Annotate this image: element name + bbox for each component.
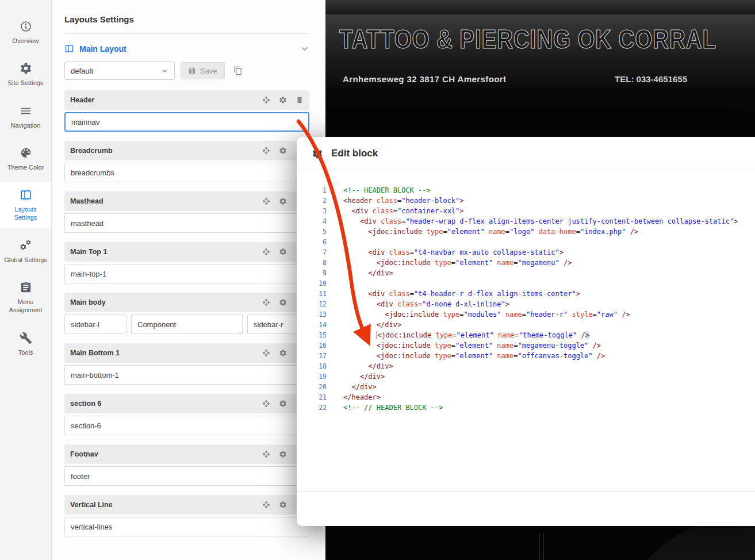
section-header: Footnav: [64, 444, 309, 464]
sidebar-item-tools[interactable]: Tools: [0, 325, 51, 363]
line-number: 17: [297, 351, 327, 361]
code-text: </div>: [327, 268, 393, 278]
vertical-line-decor: [539, 534, 540, 560]
line-number: 4: [297, 216, 327, 227]
gear-icon[interactable]: [279, 349, 287, 357]
layout-section: Main Top 1: [64, 242, 309, 283]
save-button[interactable]: Save: [181, 62, 225, 79]
gear-icon[interactable]: [279, 450, 287, 458]
code-line[interactable]: 13 <jdoc:include type="modules" name="he…: [297, 309, 755, 320]
line-number: 18: [297, 361, 327, 371]
trash-icon[interactable]: [296, 96, 304, 104]
section-header: Masthead: [64, 191, 309, 211]
position-input[interactable]: [64, 466, 309, 486]
copy-layout-button[interactable]: [231, 63, 246, 78]
position-input[interactable]: [131, 314, 243, 334]
code-line[interactable]: 7 <div class="t4-navbar mx-auto collapse…: [297, 247, 755, 258]
gear-icon[interactable]: [279, 298, 287, 306]
code-line[interactable]: 9 </div>: [297, 268, 755, 278]
code-text: </header>: [327, 392, 381, 402]
line-number: 12: [297, 299, 327, 309]
sidebar-item-global-settings[interactable]: Global Settings: [0, 233, 51, 270]
main-layout-group[interactable]: Main Layout: [64, 34, 309, 53]
code-line[interactable]: 12 <div class="d-none d-xl-inline">: [297, 299, 755, 309]
code-line[interactable]: 4 <div class="header-wrap d-flex align-i…: [297, 216, 755, 227]
code-line[interactable]: 10: [297, 278, 755, 289]
code-line[interactable]: 16 <jdoc:include type="element" name="me…: [297, 340, 755, 351]
modal-title: Edit block: [331, 148, 378, 159]
position-input[interactable]: [64, 416, 309, 435]
site-phone: TEL: 033-4651655: [615, 74, 687, 84]
code-line[interactable]: 21</header>: [297, 392, 755, 402]
code-text: <jdoc:include type="element" name="logo"…: [327, 227, 638, 237]
move-icon[interactable]: [262, 96, 270, 104]
code-text: <div class="header-wrap d-flex align-ite…: [327, 216, 738, 227]
code-text: </div>: [327, 320, 401, 330]
code-line[interactable]: 8 <jdoc:include type="element" name="meg…: [297, 258, 755, 268]
site-address: Arnhemseweg 32 3817 CH Amersfoort: [343, 74, 506, 84]
sidebar-item-label: Navigation: [11, 121, 41, 129]
code-line[interactable]: 19 </div>: [297, 371, 755, 382]
code-editor[interactable]: 1<!-- HEADER BLOCK -->2<header class="he…: [297, 170, 755, 492]
sidebar-item-theme-color[interactable]: Theme Color: [0, 140, 51, 178]
code-text: <div class="container-xxl">: [327, 206, 464, 216]
code-line[interactable]: 20 </div>: [297, 382, 755, 392]
section-inputs: [64, 163, 309, 182]
move-icon[interactable]: [262, 298, 270, 306]
code-line[interactable]: 6: [297, 237, 755, 247]
position-input[interactable]: [64, 163, 309, 182]
layout-section: Breadcrumb: [64, 141, 309, 182]
line-number: 2: [297, 195, 327, 206]
position-input[interactable]: [64, 365, 309, 385]
code-line[interactable]: 3 <div class="container-xxl">: [297, 206, 755, 216]
position-input[interactable]: [64, 213, 309, 233]
gear-icon[interactable]: [279, 147, 287, 155]
sidebar-item-navigation[interactable]: Navigation: [0, 98, 51, 136]
section-title: Header: [70, 96, 262, 104]
code-line[interactable]: 15 <jdoc:include type="element" name="th…: [297, 330, 755, 340]
gear-icon[interactable]: [279, 248, 287, 256]
sidebar-item-site-settings[interactable]: Site Settings: [0, 56, 51, 93]
move-icon[interactable]: [262, 450, 270, 458]
chevron-down-icon[interactable]: [300, 44, 309, 53]
code-line[interactable]: 1<!-- HEADER BLOCK -->: [297, 185, 755, 195]
code-text: <jdoc:include type="element" name="megam…: [327, 258, 572, 268]
gear-icon[interactable]: [279, 96, 287, 104]
sidebar-item-menu-assignment[interactable]: Menu Assignment: [0, 275, 51, 321]
code-line[interactable]: 5 <jdoc:include type="element" name="log…: [297, 227, 755, 237]
tools-icon: [20, 332, 32, 344]
gear-icon[interactable]: [279, 501, 287, 509]
code-text: <jdoc:include type="element" name="megam…: [327, 340, 601, 351]
sidebar-item-layouts-settings[interactable]: Layouts Settings: [0, 182, 51, 228]
code-line[interactable]: 17 <jdoc:include type="element" name="of…: [297, 351, 755, 361]
move-icon[interactable]: [262, 147, 270, 155]
code-text: <!-- HEADER BLOCK -->: [327, 185, 431, 195]
sidebar-item-overview[interactable]: Overview: [0, 14, 51, 51]
main-layout-label: Main Layout: [79, 44, 127, 53]
move-icon[interactable]: [262, 501, 270, 509]
code-line[interactable]: 18 </div>: [297, 361, 755, 371]
section-title: section 6: [70, 400, 262, 408]
layout-preset-select[interactable]: default: [64, 62, 175, 80]
position-input[interactable]: [64, 314, 127, 334]
section-inputs: [64, 264, 309, 283]
move-icon[interactable]: [262, 349, 270, 357]
move-icon[interactable]: [262, 248, 270, 256]
site-title: TATTOO & PIERCING OK CORRAL: [339, 24, 716, 55]
position-input[interactable]: [64, 264, 309, 283]
code-text: <div class="d-none d-xl-inline">: [327, 299, 509, 309]
gear-icon[interactable]: [279, 400, 287, 408]
position-input[interactable]: [64, 112, 309, 132]
code-line[interactable]: 14 </div>: [297, 320, 755, 330]
code-line[interactable]: 2<header class="header-block">: [297, 195, 755, 206]
code-line[interactable]: 11 <div class="t4-header-r d-flex align-…: [297, 289, 755, 299]
section-header: Vertical Line: [64, 495, 309, 515]
move-icon[interactable]: [262, 400, 270, 408]
position-input[interactable]: [64, 517, 309, 536]
move-icon[interactable]: [262, 197, 270, 205]
panel-title: Layouts Settings: [64, 0, 309, 34]
sidebar-item-label: Site Settings: [8, 79, 44, 87]
gear-icon[interactable]: [279, 197, 287, 205]
info-icon: [20, 20, 32, 33]
code-line[interactable]: 22<!-- // HEADER BLOCK -->: [297, 402, 755, 413]
